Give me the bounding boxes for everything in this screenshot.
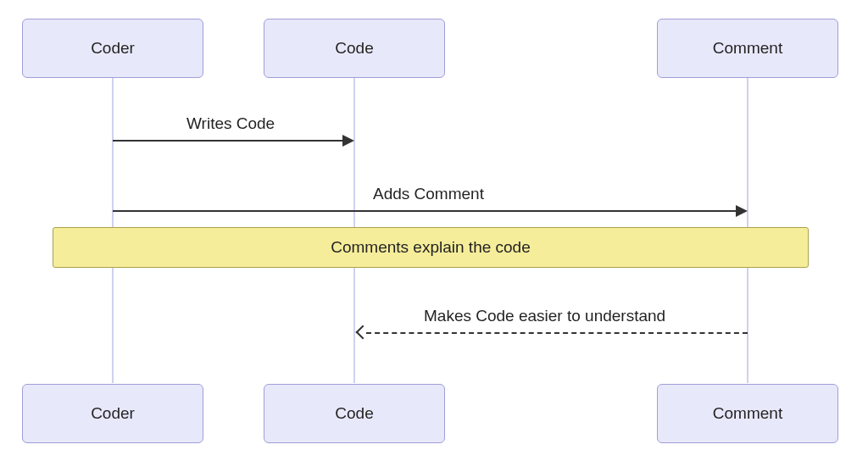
participant-label: Coder xyxy=(91,39,135,58)
participant-comment-top: Comment xyxy=(657,19,838,78)
arrowhead-icon xyxy=(736,205,748,217)
message-label-writes-code: Writes Code xyxy=(186,114,275,133)
message-arrow-easier-to-understand xyxy=(366,332,748,334)
message-label-easier-to-understand: Makes Code easier to understand xyxy=(424,307,665,325)
arrowhead-icon xyxy=(342,135,354,147)
participant-label: Comment xyxy=(713,404,782,423)
note-comments-explain: Comments explain the code xyxy=(53,227,809,268)
participant-coder-bottom: Coder xyxy=(22,384,203,443)
message-arrow-adds-comment xyxy=(113,210,736,212)
participant-coder-top: Coder xyxy=(22,19,203,78)
participant-label: Code xyxy=(335,404,373,423)
participant-label: Code xyxy=(335,39,373,58)
note-text: Comments explain the code xyxy=(331,238,531,257)
message-label-adds-comment: Adds Comment xyxy=(373,185,484,203)
arrowhead-icon xyxy=(356,325,370,340)
participant-comment-bottom: Comment xyxy=(657,384,838,443)
participant-code-bottom: Code xyxy=(264,384,445,443)
participant-label: Comment xyxy=(713,39,782,58)
participant-code-top: Code xyxy=(264,19,445,78)
message-arrow-writes-code xyxy=(113,140,342,142)
participant-label: Coder xyxy=(91,404,135,423)
